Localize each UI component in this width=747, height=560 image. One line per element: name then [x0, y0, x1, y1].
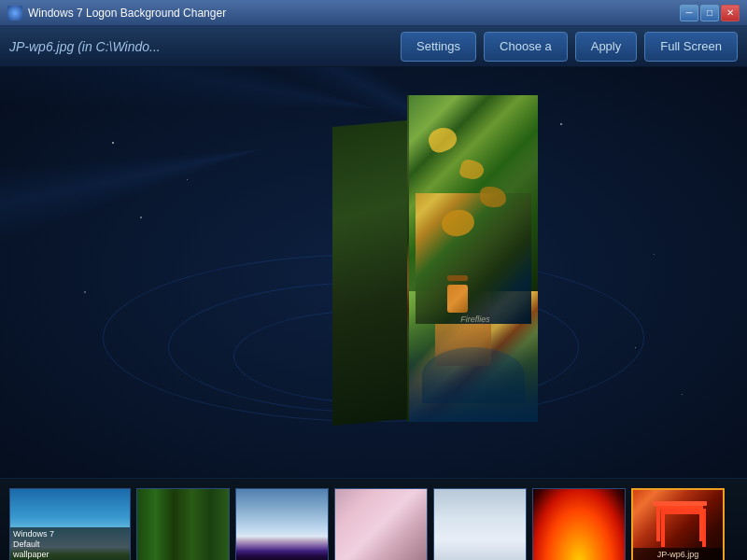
settings-button[interactable]: Settings [401, 32, 476, 62]
choose-button[interactable]: Choose a [484, 32, 568, 62]
3d-image-display: Fireflies [332, 95, 538, 422]
thumbnail-birds[interactable] [433, 488, 527, 561]
app-icon [7, 6, 22, 21]
particle-8 [682, 394, 683, 395]
particle-6 [635, 347, 636, 348]
particle-1 [112, 142, 114, 144]
title-bar: Windows 7 Logon Background Changer ─ □ ✕ [0, 0, 747, 26]
close-button[interactable]: ✕ [721, 5, 740, 21]
apply-button[interactable]: Apply [575, 32, 638, 62]
thumb-1-label: Windows 7Defaultwallpaper [10, 527, 130, 560]
particle-5 [140, 217, 142, 218]
toolbar: JP-wp6.jpg (in C:\Windo... Settings Choo… [0, 26, 747, 67]
window-title: Windows 7 Logon Background Changer [28, 7, 680, 20]
particle-4 [654, 254, 655, 255]
fullscreen-button[interactable]: Full Screen [644, 32, 738, 62]
maximize-button[interactable]: □ [700, 5, 719, 21]
minimize-button[interactable]: ─ [680, 5, 698, 21]
thumb-1-text: Windows 7Defaultwallpaper [13, 529, 54, 559]
particle-3 [560, 123, 562, 125]
main-preview-area: Fireflies [0, 67, 747, 478]
thumbnail-mountain[interactable] [235, 488, 329, 561]
particle-7 [84, 291, 86, 293]
thumbnail-strip: Windows 7Defaultwallpaper JP-wp6.jpg [0, 478, 747, 560]
cube-container: Fireflies [332, 95, 538, 422]
thumbnail-jp-wp6[interactable]: JP-wp6.jpg [631, 488, 725, 561]
current-file-label: JP-wp6.jpg (in C:\Windo... [9, 39, 393, 54]
image-face-right: Fireflies [407, 95, 538, 422]
thumbnail-windows-default[interactable]: Windows 7Defaultwallpaper [9, 488, 131, 561]
image-face-left [332, 119, 416, 426]
particle-2 [187, 179, 188, 180]
thumbnail-fire[interactable] [532, 488, 626, 561]
thumbnail-cherry-blossom[interactable] [334, 488, 428, 561]
thumb-7-label: JP-wp6.jpg [633, 548, 723, 561]
thumbnail-bamboo[interactable] [136, 488, 230, 561]
window-controls: ─ □ ✕ [680, 5, 740, 21]
